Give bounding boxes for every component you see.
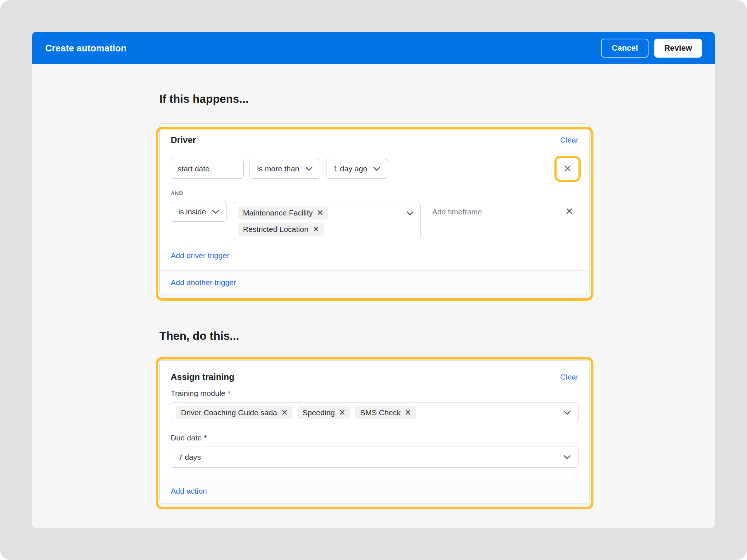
chevron-down-icon [305,167,313,171]
action-card: Assign training Clear Training module * … [159,360,590,503]
trigger-timeframe-value: 1 day ago [334,164,367,173]
training-chip-label: Speeding [302,408,335,417]
remove-trigger-row-icon[interactable]: ✕ [565,207,573,217]
add-driver-trigger-link[interactable]: Add driver trigger [171,251,229,260]
app-background: Create automation Cancel Review If this … [0,0,747,560]
trigger-section-heading: If this happens... [159,93,590,106]
add-action-link[interactable]: Add action [171,487,207,495]
due-date-label: Due date * [171,433,578,442]
chevron-down-icon [406,211,414,215]
review-button[interactable]: Review [654,39,702,58]
trigger-operator-select[interactable]: is more than [249,159,320,179]
trigger-card-footer: Add another trigger [160,270,589,295]
remove-row-highlight-ring: ✕ [554,156,581,182]
trigger-operator-value: is more than [257,164,299,173]
trigger-timeframe-select[interactable]: 1 day ago [326,159,388,179]
chevron-down-icon [564,455,571,459]
training-chip: SMS Check ✕ [355,406,416,419]
remove-chip-icon[interactable]: ✕ [339,409,345,417]
trigger-card-wrapper: Driver Clear is more than [159,123,590,295]
training-module-multiselect[interactable]: Driver Coaching Guide sada ✕ Speeding ✕ … [171,402,578,423]
remove-chip-icon[interactable]: ✕ [313,225,319,233]
trigger-row-1: is more than 1 day ago [171,156,578,182]
remove-chip-icon[interactable]: ✕ [405,409,411,417]
add-another-trigger-link[interactable]: Add another trigger [171,278,236,287]
trigger-clear-link[interactable]: Clear [560,136,578,144]
trigger-card-title: Driver [171,135,196,145]
training-chip: Speeding ✕ [298,406,350,419]
geofence-operator-value: is inside [178,207,206,216]
action-clear-link[interactable]: Clear [560,373,578,381]
remove-chip-icon[interactable]: ✕ [317,209,323,217]
chevron-down-icon [212,210,219,214]
due-date-select[interactable]: 7 days [171,447,578,468]
geofence-operator-select[interactable]: is inside [171,202,227,222]
trigger-card: Driver Clear is more than [159,123,590,295]
action-card-footer: Add action [160,479,589,503]
trigger-field-input[interactable] [171,159,244,179]
geofence-chip: Maintenance Facility ✕ [238,206,328,219]
chevron-down-icon [564,411,571,415]
geofence-chip: Restricted Location ✕ [238,223,324,236]
geofence-chip-label: Maintenance Facility [243,209,313,217]
training-chip: Driver Coaching Guide sada ✕ [176,406,293,419]
cancel-button[interactable]: Cancel [601,39,649,58]
training-chip-label: Driver Coaching Guide sada [181,408,277,417]
geofence-chip-label: Restricted Location [243,225,309,234]
training-module-label: Training module * [171,389,578,398]
geofence-multiselect[interactable]: Maintenance Facility ✕ Restricted Locati… [233,202,421,240]
remove-trigger-row-icon[interactable]: ✕ [564,164,572,174]
due-date-value: 7 days [178,453,201,462]
modal-header: Create automation Cancel Review [32,32,715,64]
and-label: AND [171,190,578,196]
remove-chip-icon[interactable]: ✕ [281,409,288,417]
header-actions: Cancel Review [601,39,702,58]
page-title: Create automation [45,43,127,54]
create-automation-modal: Create automation Cancel Review If this … [32,32,715,528]
training-chip-label: SMS Check [360,408,400,417]
action-card-title: Assign training [171,372,235,382]
chevron-down-icon [373,167,380,171]
action-card-wrapper: Assign training Clear Training module * … [159,360,590,503]
action-section-heading: Then, do this... [159,330,590,343]
trigger-row-2: is inside Maintenance Facility ✕ [171,202,578,240]
add-timeframe-button[interactable]: Add timeframe [432,202,482,222]
